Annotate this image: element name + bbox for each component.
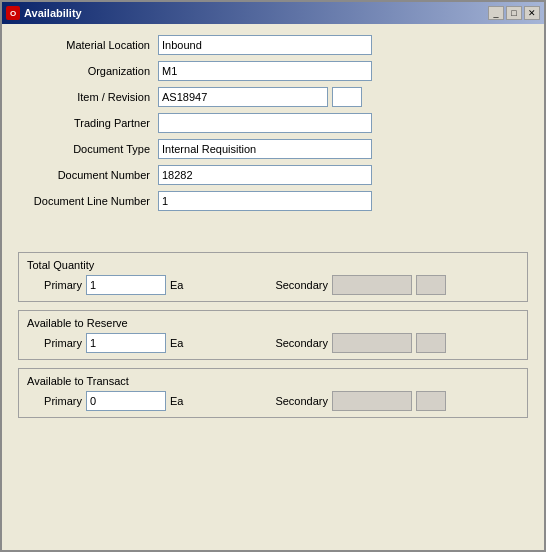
transact-primary-unit: Ea xyxy=(170,395,195,407)
total-secondary-unit-input xyxy=(416,275,446,295)
total-primary-unit: Ea xyxy=(170,279,195,291)
item-revision-input[interactable] xyxy=(158,87,328,107)
available-to-transact-row: Primary Ea Secondary xyxy=(27,391,519,411)
document-number-row: Document Number xyxy=(18,164,528,186)
maximize-button[interactable]: □ xyxy=(506,6,522,20)
organization-input[interactable] xyxy=(158,61,372,81)
window-title: Availability xyxy=(24,7,82,19)
title-bar: O Availability _ □ ✕ xyxy=(2,2,544,24)
document-line-number-row: Document Line Number xyxy=(18,190,528,212)
material-location-label: Material Location xyxy=(18,39,158,51)
app-icon: O xyxy=(6,6,20,20)
reserve-secondary-label: Secondary xyxy=(263,337,328,349)
available-to-reserve-section: Available to Reserve Primary Ea Secondar… xyxy=(18,310,528,360)
document-type-row: Document Type xyxy=(18,138,528,160)
document-number-input[interactable] xyxy=(158,165,372,185)
available-to-transact-title: Available to Transact xyxy=(27,375,519,387)
transact-secondary-unit-input xyxy=(416,391,446,411)
material-location-row: Material Location xyxy=(18,34,528,56)
reserve-primary-unit: Ea xyxy=(170,337,195,349)
document-number-label: Document Number xyxy=(18,169,158,181)
total-quantity-title: Total Quantity xyxy=(27,259,519,271)
available-to-reserve-title: Available to Reserve xyxy=(27,317,519,329)
close-button[interactable]: ✕ xyxy=(524,6,540,20)
reserve-primary-input[interactable] xyxy=(86,333,166,353)
reserve-secondary-input xyxy=(332,333,412,353)
transact-secondary-label: Secondary xyxy=(263,395,328,407)
minimize-button[interactable]: _ xyxy=(488,6,504,20)
total-secondary-input xyxy=(332,275,412,295)
transact-primary-label: Primary xyxy=(27,395,82,407)
reserve-secondary-unit-input xyxy=(416,333,446,353)
transact-primary-input[interactable] xyxy=(86,391,166,411)
trading-partner-row: Trading Partner xyxy=(18,112,528,134)
total-secondary-label: Secondary xyxy=(263,279,328,291)
document-line-number-input[interactable] xyxy=(158,191,372,211)
document-type-input[interactable] xyxy=(158,139,372,159)
trading-partner-label: Trading Partner xyxy=(18,117,158,129)
title-buttons: _ □ ✕ xyxy=(488,6,540,20)
total-primary-label: Primary xyxy=(27,279,82,291)
available-to-reserve-row: Primary Ea Secondary xyxy=(27,333,519,353)
item-revision-row: Item / Revision xyxy=(18,86,528,108)
document-line-number-label: Document Line Number xyxy=(18,195,158,207)
reserve-primary-label: Primary xyxy=(27,337,82,349)
item-revision-label: Item / Revision xyxy=(18,91,158,103)
availability-window: O Availability _ □ ✕ Material Location O… xyxy=(0,0,546,552)
transact-secondary-input xyxy=(332,391,412,411)
organization-row: Organization xyxy=(18,60,528,82)
form-content: Material Location Organization Item / Re… xyxy=(2,24,544,550)
title-bar-left: O Availability xyxy=(6,6,82,20)
form-fields: Material Location Organization Item / Re… xyxy=(18,34,528,212)
total-quantity-section: Total Quantity Primary Ea Secondary xyxy=(18,252,528,302)
available-to-transact-section: Available to Transact Primary Ea Seconda… xyxy=(18,368,528,418)
document-type-label: Document Type xyxy=(18,143,158,155)
item-revision-suffix-input[interactable] xyxy=(332,87,362,107)
trading-partner-input[interactable] xyxy=(158,113,372,133)
total-quantity-row: Primary Ea Secondary xyxy=(27,275,519,295)
material-location-input[interactable] xyxy=(158,35,372,55)
organization-label: Organization xyxy=(18,65,158,77)
total-primary-input[interactable] xyxy=(86,275,166,295)
